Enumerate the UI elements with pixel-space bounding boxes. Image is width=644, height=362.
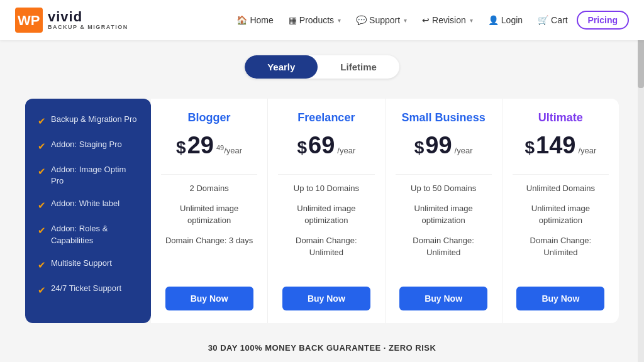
plan-name-blogger: Blogger (188, 111, 231, 124)
login-icon: 👤 (488, 15, 499, 25)
price-period-blogger: 49/year (216, 144, 242, 155)
plan-price-small-business: $ 99 /year (414, 132, 473, 159)
nav-pricing-label: Pricing (588, 15, 618, 25)
nav-products[interactable]: ▦ Products ▾ (282, 11, 347, 29)
svg-text:WP: WP (18, 13, 40, 28)
home-icon: 🏠 (236, 15, 247, 25)
revision-icon: ↩ (422, 15, 430, 25)
feature-label-5: Addon: Roles & Capabilities (51, 223, 138, 246)
price-period-freelancer: /year (337, 146, 355, 155)
plan-feature-1a: 2 Domains (161, 182, 257, 195)
check-icon-2: ✔ (38, 140, 46, 153)
logo-brand: vivid (48, 9, 128, 25)
scrollbar[interactable] (638, 0, 644, 362)
plan-feature-2c: Domain Change: Unlimited (278, 234, 374, 259)
nav-support[interactable]: 💬 Support ▾ (350, 11, 413, 29)
nav-cart-label: Cart (551, 15, 567, 25)
plan-feature-4c: Domain Change: Unlimited (513, 234, 609, 259)
plan-name-ultimate: Ultimate (538, 111, 583, 124)
nav-home[interactable]: 🏠 Home (230, 11, 279, 29)
nav-products-label: Products (299, 15, 334, 25)
plan-small-business: Small Business $ 99 /year Up to 50 Domai… (386, 99, 502, 323)
plan-feature-2b: Unlimited image optimization (278, 202, 374, 227)
price-dollar-small-business: $ (414, 138, 425, 158)
nav-support-label: Support (369, 15, 400, 25)
logo-icon: WP (15, 8, 43, 33)
buy-btn-ultimate[interactable]: Buy Now (516, 287, 604, 310)
feature-label-6: Multisite Support (51, 258, 112, 269)
support-icon: 💬 (356, 15, 367, 25)
cart-icon: 🛒 (538, 15, 548, 25)
products-icon: ▦ (289, 15, 297, 25)
nav-login[interactable]: 👤 Login (482, 11, 529, 29)
divider (161, 174, 257, 175)
plan-price-freelancer: $ 69 /year (297, 132, 355, 159)
plan-name-small-business: Small Business (402, 111, 486, 124)
toggle-yearly[interactable]: Yearly (245, 55, 318, 79)
plans-container: Blogger $ 29 49/year 2 Domains Unlimited… (151, 99, 619, 323)
nav-home-label: Home (250, 15, 273, 25)
plan-name-freelancer: Freelancer (297, 111, 355, 124)
feature-item: ✔ Addon: Image Optim Pro (38, 164, 138, 187)
plan-feature-3a: Up to 50 Domains (396, 182, 492, 195)
feature-item: ✔ 24/7 Ticket Support (38, 283, 138, 297)
buy-btn-freelancer[interactable]: Buy Now (282, 287, 370, 310)
plan-blogger: Blogger $ 29 49/year 2 Domains Unlimited… (151, 99, 268, 323)
divider (513, 174, 609, 175)
check-icon-3: ✔ (38, 165, 46, 178)
scrollbar-thumb[interactable] (638, 38, 644, 88)
check-icon-7: ✔ (38, 283, 46, 297)
features-sidebar: ✔ Backup & Migration Pro ✔ Addon: Stagin… (25, 99, 151, 323)
main-content: Yearly Lifetime ✔ Backup & Migration Pro… (0, 40, 644, 362)
price-period-small-business: /year (455, 146, 473, 155)
products-chevron: ▾ (338, 17, 341, 24)
nav-pricing[interactable]: Pricing (577, 11, 629, 30)
billing-toggle: Yearly Lifetime (245, 55, 399, 79)
feature-label-2: Addon: Staging Pro (51, 139, 122, 150)
divider (396, 174, 492, 175)
feature-item: ✔ Multisite Support (38, 258, 138, 272)
feature-label-3: Addon: Image Optim Pro (51, 164, 138, 187)
money-back-guarantee: 30 DAY 100% MONEY BACK GUARANTEE · ZERO … (25, 343, 619, 353)
price-dollar-freelancer: $ (297, 138, 307, 158)
plan-feature-2a: Up to 10 Domains (278, 182, 374, 195)
billing-toggle-container: Yearly Lifetime (25, 55, 619, 79)
price-amount-blogger: 29 (187, 132, 214, 159)
price-period-ultimate: /year (578, 146, 596, 155)
plan-feature-4b: Unlimited image optimization (513, 202, 609, 227)
buy-btn-small-business[interactable]: Buy Now (399, 287, 487, 310)
buy-btn-blogger[interactable]: Buy Now (165, 287, 253, 310)
logo-sub: BACKUP & MIGRATION (48, 25, 128, 31)
feature-item: ✔ Addon: Roles & Capabilities (38, 223, 138, 246)
price-dollar-ultimate: $ (525, 138, 535, 158)
feature-item: ✔ Addon: White label (38, 198, 138, 212)
price-dollar-blogger: $ (176, 138, 186, 158)
plan-price-ultimate: $ 149 /year (525, 132, 596, 159)
plan-feature-3b: Unlimited image optimization (396, 202, 492, 227)
plan-price-blogger: $ 29 49/year (176, 132, 242, 159)
logo-text: vivid BACKUP & MIGRATION (48, 9, 128, 31)
header: WP vivid BACKUP & MIGRATION 🏠 Home ▦ Pro… (0, 0, 644, 40)
plan-feature-1b: Unlimited image optimization (161, 202, 257, 227)
check-icon-5: ✔ (38, 224, 46, 237)
plan-feature-1c: Domain Change: 3 days (161, 234, 257, 247)
plan-feature-3c: Domain Change: Unlimited (396, 234, 492, 259)
nav-cart[interactable]: 🛒 Cart (531, 11, 574, 29)
feature-label-1: Backup & Migration Pro (51, 114, 137, 125)
price-amount-ultimate: 149 (536, 132, 575, 159)
price-amount-small-business: 99 (425, 132, 452, 159)
main-nav: 🏠 Home ▦ Products ▾ 💬 Support ▾ ↩ Revisi… (230, 11, 629, 30)
check-icon-1: ✔ (38, 114, 46, 128)
plan-feature-4a: Unlimited Domains (513, 182, 609, 195)
plan-freelancer: Freelancer $ 69 /year Up to 10 Domains U… (268, 99, 385, 323)
nav-revision-label: Revision (432, 15, 466, 25)
pricing-layout: ✔ Backup & Migration Pro ✔ Addon: Stagin… (25, 99, 619, 323)
revision-chevron: ▾ (470, 17, 473, 24)
price-amount-freelancer: 69 (308, 132, 335, 159)
divider (278, 174, 374, 175)
plan-ultimate: Ultimate $ 149 /year Unlimited Domains U… (502, 99, 619, 323)
feature-item: ✔ Addon: Staging Pro (38, 139, 138, 153)
support-chevron: ▾ (404, 17, 407, 24)
toggle-lifetime[interactable]: Lifetime (318, 55, 399, 79)
nav-revision[interactable]: ↩ Revision ▾ (416, 11, 479, 29)
